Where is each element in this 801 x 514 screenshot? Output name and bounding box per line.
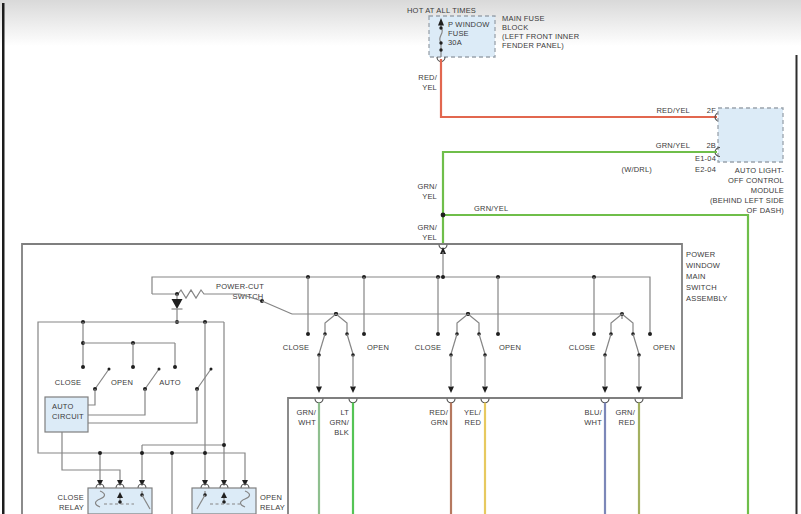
fuse-name-line2: FUSE [448, 29, 469, 38]
yel-red-label-line1: YEL/ [464, 408, 482, 417]
grn-yel-junction-dot [441, 213, 446, 218]
group2-close-label: CLOSE [415, 343, 441, 352]
grn-red-label-line2: RED [619, 418, 636, 427]
lt-grn-blk-label-line3: BLK [334, 428, 349, 437]
blu-wht-label-line2: WHT [584, 418, 602, 427]
grn-yel-lower-label1: GRN/ [417, 223, 437, 232]
hot-at-all-times-label: HOT AT ALL TIMES [407, 6, 476, 15]
group2-open-label: OPEN [499, 343, 521, 352]
red-yel-v-label1: RED/ [418, 73, 437, 82]
assembly-label-line3: MAIN [686, 272, 706, 281]
grn-yel-upper-label2: YEL [422, 192, 437, 201]
lt-grn-blk-label-line1: LT [340, 408, 349, 417]
red-grn-label-line2: GRN [431, 418, 448, 427]
red-yel-h-label: RED/YEL [657, 106, 691, 115]
grn-yel-upper-label1: GRN/ [417, 182, 437, 191]
grn-red-label-line1: GRN/ [615, 408, 635, 417]
power-cut-label-line1: POWER-CUT [216, 282, 264, 291]
auto-circuit-label-line1: AUTO [52, 402, 74, 411]
close-relay-label-line1: CLOSE [58, 493, 84, 502]
grn-yel-lower-label2: YEL [422, 233, 437, 242]
pin-2f-label: 2F [707, 106, 716, 115]
fuse-name-line1: P WINDOW [448, 20, 490, 29]
grn-yel-branch-label: GRN/YEL [474, 204, 508, 213]
fuse-block-label-line4: FENDER PANEL) [502, 41, 564, 50]
top-fade [0, 0, 801, 46]
assembly-label-line1: POWER [686, 250, 716, 259]
module-label-line1: AUTO LIGHT- [735, 166, 784, 175]
lt-grn-blk-label-line2: GRN/ [329, 418, 349, 427]
pin-2b-label: 2B [706, 141, 716, 150]
wiring-diagram-page: HOT AT ALL TIMES P WINDOW FUSE 30A MAIN … [0, 0, 801, 514]
group3-close-label: CLOSE [569, 343, 595, 352]
auto-circuit-label-line2: CIRCUIT [52, 412, 84, 421]
assembly-label-line4: SWITCH [686, 283, 717, 292]
wiring-diagram: HOT AT ALL TIMES P WINDOW FUSE 30A MAIN … [0, 0, 801, 514]
module-label-line2: OFF CONTROL [728, 176, 784, 185]
auto-lightoff-module: AUTO LIGHT- OFF CONTROL MODULE (BEHIND L… [710, 108, 784, 215]
conn-ref-e1: E1-04 [695, 154, 716, 163]
left-auto-label: AUTO [159, 378, 181, 387]
open-relay-label-line1: OPEN [260, 493, 282, 502]
assembly-label-line5: ASSEMBLY [686, 294, 727, 303]
module-label-line3: MODULE [751, 186, 784, 195]
red-grn-label-line1: RED/ [429, 408, 448, 417]
fuse-block-label-line2: BLOCK [502, 23, 528, 32]
wdrl-label: (W/DRL) [621, 165, 652, 174]
group1-close-label: CLOSE [283, 343, 309, 352]
blu-wht-label-line1: BLU/ [585, 408, 603, 417]
red-yel-v-label2: YEL [422, 83, 437, 92]
auto-circuit: AUTO CIRCUIT [45, 397, 88, 432]
group1-open-label: OPEN [367, 343, 389, 352]
group3-open-label: OPEN [653, 343, 675, 352]
fuse-block-label-line1: MAIN FUSE [502, 14, 545, 23]
grn-wht-label-line2: WHT [298, 418, 316, 427]
page-background [0, 0, 801, 514]
right-page-border [796, 55, 798, 514]
module-box [718, 108, 783, 162]
assembly-label-line2: WINDOW [686, 261, 721, 270]
left-page-border [2, 3, 5, 514]
close-relay-label-line2: RELAY [59, 503, 84, 512]
grn-wht-label-line1: GRN/ [296, 408, 316, 417]
module-label-line5: OF DASH) [747, 206, 785, 215]
open-relay-label-line2: RELAY [260, 503, 285, 512]
fuse-block-label-line3: (LEFT FRONT INNER [502, 32, 580, 41]
yel-red-label-line2: RED [465, 418, 482, 427]
grn-yel-h-label: GRN/YEL [656, 141, 690, 150]
fuse-name-line3: 30A [448, 38, 462, 47]
conn-ref-e2: E2-04 [695, 165, 716, 174]
left-close-label: CLOSE [55, 378, 81, 387]
module-label-line4: (BEHIND LEFT SIDE [710, 196, 784, 205]
left-open-label: OPEN [111, 378, 133, 387]
